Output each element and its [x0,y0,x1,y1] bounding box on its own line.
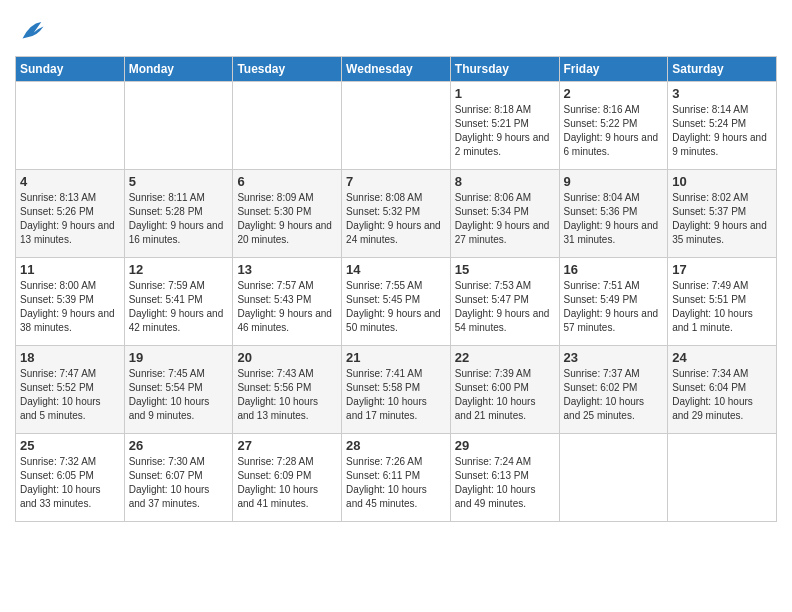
day-number: 14 [346,262,446,277]
day-number: 1 [455,86,555,101]
calendar-cell: 22Sunrise: 7:39 AM Sunset: 6:00 PM Dayli… [450,346,559,434]
day-number: 15 [455,262,555,277]
weekday-header-friday: Friday [559,57,668,82]
day-detail: Sunrise: 7:51 AM Sunset: 5:49 PM Dayligh… [564,279,664,335]
day-detail: Sunrise: 8:16 AM Sunset: 5:22 PM Dayligh… [564,103,664,159]
calendar-cell: 11Sunrise: 8:00 AM Sunset: 5:39 PM Dayli… [16,258,125,346]
day-number: 12 [129,262,229,277]
day-number: 9 [564,174,664,189]
day-detail: Sunrise: 7:49 AM Sunset: 5:51 PM Dayligh… [672,279,772,335]
day-detail: Sunrise: 7:57 AM Sunset: 5:43 PM Dayligh… [237,279,337,335]
calendar-cell: 16Sunrise: 7:51 AM Sunset: 5:49 PM Dayli… [559,258,668,346]
calendar-cell: 13Sunrise: 7:57 AM Sunset: 5:43 PM Dayli… [233,258,342,346]
calendar-cell: 15Sunrise: 7:53 AM Sunset: 5:47 PM Dayli… [450,258,559,346]
day-detail: Sunrise: 8:00 AM Sunset: 5:39 PM Dayligh… [20,279,120,335]
day-number: 6 [237,174,337,189]
calendar-cell: 4Sunrise: 8:13 AM Sunset: 5:26 PM Daylig… [16,170,125,258]
calendar-cell [342,82,451,170]
day-number: 25 [20,438,120,453]
day-detail: Sunrise: 7:24 AM Sunset: 6:13 PM Dayligh… [455,455,555,511]
weekday-header-saturday: Saturday [668,57,777,82]
calendar-cell: 3Sunrise: 8:14 AM Sunset: 5:24 PM Daylig… [668,82,777,170]
day-detail: Sunrise: 8:09 AM Sunset: 5:30 PM Dayligh… [237,191,337,247]
day-detail: Sunrise: 8:14 AM Sunset: 5:24 PM Dayligh… [672,103,772,159]
calendar-cell: 20Sunrise: 7:43 AM Sunset: 5:56 PM Dayli… [233,346,342,434]
day-number: 13 [237,262,337,277]
calendar-cell: 24Sunrise: 7:34 AM Sunset: 6:04 PM Dayli… [668,346,777,434]
calendar-cell: 2Sunrise: 8:16 AM Sunset: 5:22 PM Daylig… [559,82,668,170]
day-number: 10 [672,174,772,189]
calendar-cell: 18Sunrise: 7:47 AM Sunset: 5:52 PM Dayli… [16,346,125,434]
calendar-cell: 10Sunrise: 8:02 AM Sunset: 5:37 PM Dayli… [668,170,777,258]
day-number: 18 [20,350,120,365]
calendar-cell: 1Sunrise: 8:18 AM Sunset: 5:21 PM Daylig… [450,82,559,170]
day-number: 29 [455,438,555,453]
calendar-cell: 28Sunrise: 7:26 AM Sunset: 6:11 PM Dayli… [342,434,451,522]
day-number: 3 [672,86,772,101]
day-number: 20 [237,350,337,365]
day-number: 4 [20,174,120,189]
day-detail: Sunrise: 7:41 AM Sunset: 5:58 PM Dayligh… [346,367,446,423]
calendar-cell [559,434,668,522]
calendar-cell [124,82,233,170]
day-detail: Sunrise: 7:26 AM Sunset: 6:11 PM Dayligh… [346,455,446,511]
day-detail: Sunrise: 7:55 AM Sunset: 5:45 PM Dayligh… [346,279,446,335]
day-number: 27 [237,438,337,453]
calendar-cell: 29Sunrise: 7:24 AM Sunset: 6:13 PM Dayli… [450,434,559,522]
calendar-cell: 19Sunrise: 7:45 AM Sunset: 5:54 PM Dayli… [124,346,233,434]
calendar-cell [233,82,342,170]
day-detail: Sunrise: 8:02 AM Sunset: 5:37 PM Dayligh… [672,191,772,247]
day-detail: Sunrise: 7:30 AM Sunset: 6:07 PM Dayligh… [129,455,229,511]
day-detail: Sunrise: 7:43 AM Sunset: 5:56 PM Dayligh… [237,367,337,423]
calendar-cell: 26Sunrise: 7:30 AM Sunset: 6:07 PM Dayli… [124,434,233,522]
calendar-cell: 12Sunrise: 7:59 AM Sunset: 5:41 PM Dayli… [124,258,233,346]
calendar-cell: 5Sunrise: 8:11 AM Sunset: 5:28 PM Daylig… [124,170,233,258]
calendar-cell: 14Sunrise: 7:55 AM Sunset: 5:45 PM Dayli… [342,258,451,346]
day-detail: Sunrise: 7:37 AM Sunset: 6:02 PM Dayligh… [564,367,664,423]
day-number: 22 [455,350,555,365]
header [15,10,777,50]
weekday-header-wednesday: Wednesday [342,57,451,82]
day-number: 5 [129,174,229,189]
day-detail: Sunrise: 8:06 AM Sunset: 5:34 PM Dayligh… [455,191,555,247]
day-number: 7 [346,174,446,189]
day-number: 26 [129,438,229,453]
calendar-cell: 8Sunrise: 8:06 AM Sunset: 5:34 PM Daylig… [450,170,559,258]
day-detail: Sunrise: 8:18 AM Sunset: 5:21 PM Dayligh… [455,103,555,159]
day-detail: Sunrise: 8:11 AM Sunset: 5:28 PM Dayligh… [129,191,229,247]
day-number: 23 [564,350,664,365]
logo [15,16,49,50]
calendar-cell [668,434,777,522]
day-detail: Sunrise: 7:47 AM Sunset: 5:52 PM Dayligh… [20,367,120,423]
day-detail: Sunrise: 7:34 AM Sunset: 6:04 PM Dayligh… [672,367,772,423]
calendar-cell [16,82,125,170]
day-detail: Sunrise: 7:28 AM Sunset: 6:09 PM Dayligh… [237,455,337,511]
day-number: 17 [672,262,772,277]
day-number: 19 [129,350,229,365]
weekday-header-tuesday: Tuesday [233,57,342,82]
day-number: 21 [346,350,446,365]
weekday-header-sunday: Sunday [16,57,125,82]
day-detail: Sunrise: 8:08 AM Sunset: 5:32 PM Dayligh… [346,191,446,247]
day-detail: Sunrise: 7:59 AM Sunset: 5:41 PM Dayligh… [129,279,229,335]
weekday-header-monday: Monday [124,57,233,82]
day-number: 2 [564,86,664,101]
day-detail: Sunrise: 8:04 AM Sunset: 5:36 PM Dayligh… [564,191,664,247]
calendar-cell: 17Sunrise: 7:49 AM Sunset: 5:51 PM Dayli… [668,258,777,346]
calendar-cell: 6Sunrise: 8:09 AM Sunset: 5:30 PM Daylig… [233,170,342,258]
calendar-cell: 7Sunrise: 8:08 AM Sunset: 5:32 PM Daylig… [342,170,451,258]
calendar-cell: 25Sunrise: 7:32 AM Sunset: 6:05 PM Dayli… [16,434,125,522]
calendar-cell: 27Sunrise: 7:28 AM Sunset: 6:09 PM Dayli… [233,434,342,522]
day-detail: Sunrise: 7:39 AM Sunset: 6:00 PM Dayligh… [455,367,555,423]
day-number: 24 [672,350,772,365]
weekday-header-thursday: Thursday [450,57,559,82]
calendar-cell: 21Sunrise: 7:41 AM Sunset: 5:58 PM Dayli… [342,346,451,434]
calendar-cell: 23Sunrise: 7:37 AM Sunset: 6:02 PM Dayli… [559,346,668,434]
day-number: 8 [455,174,555,189]
day-number: 16 [564,262,664,277]
day-number: 11 [20,262,120,277]
calendar: SundayMondayTuesdayWednesdayThursdayFrid… [15,56,777,522]
day-detail: Sunrise: 8:13 AM Sunset: 5:26 PM Dayligh… [20,191,120,247]
day-detail: Sunrise: 7:53 AM Sunset: 5:47 PM Dayligh… [455,279,555,335]
day-detail: Sunrise: 7:32 AM Sunset: 6:05 PM Dayligh… [20,455,120,511]
